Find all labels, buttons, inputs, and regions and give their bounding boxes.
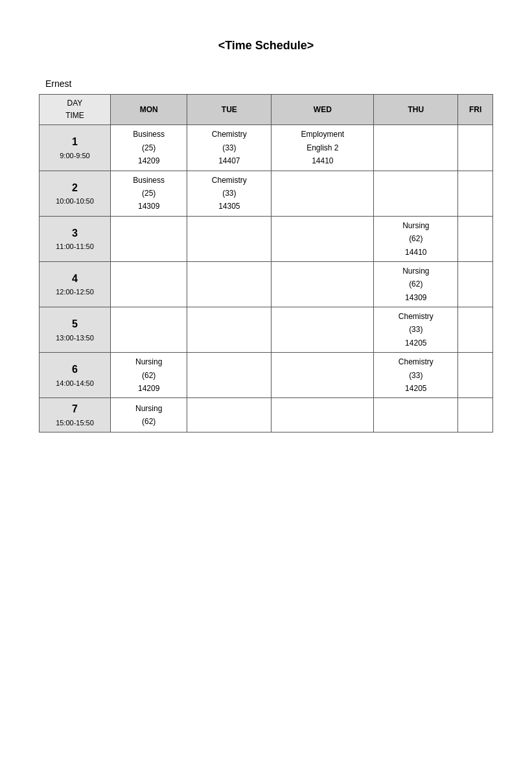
cell-period4-mon: [111, 261, 187, 307]
fri-header: FRI: [458, 95, 493, 125]
period-label-5: 513:00-13:50: [40, 307, 111, 353]
period-label-2: 210:00-10:50: [40, 171, 111, 216]
cell-period4-thu: Nursing(62)14309: [374, 261, 458, 307]
cell-period3-fri: [458, 216, 493, 261]
schedule-table: DAY TIME MON TUE WED THU FRI 19:00-9:50B…: [39, 94, 493, 432]
period-label-3: 311:00-11:50: [40, 216, 111, 261]
cell-period4-wed: [272, 261, 374, 307]
cell-period1-mon: Business(25)14209: [111, 125, 187, 171]
cell-period2-thu: [374, 171, 458, 216]
cell-period5-thu: Chemistry(33)14205: [374, 307, 458, 353]
cell-period2-tue: Chemistry(33)14305: [187, 171, 272, 216]
cell-period7-wed: [272, 398, 374, 432]
cell-period5-mon: [111, 307, 187, 353]
wed-header: WED: [272, 95, 374, 125]
cell-period3-wed: [272, 216, 374, 261]
cell-period1-wed: EmploymentEnglish 214410: [272, 125, 374, 171]
cell-period2-fri: [458, 171, 493, 216]
mon-header: MON: [111, 95, 187, 125]
cell-period7-thu: [374, 398, 458, 432]
tue-header: TUE: [187, 95, 272, 125]
period-label-4: 412:00-12:50: [40, 261, 111, 307]
period-label-7: 715:00-15:50: [40, 398, 111, 432]
cell-period1-tue: Chemistry(33)14407: [187, 125, 272, 171]
cell-period3-mon: [111, 216, 187, 261]
cell-period4-tue: [187, 261, 272, 307]
cell-period3-tue: [187, 216, 272, 261]
cell-period5-fri: [458, 307, 493, 353]
cell-period4-fri: [458, 261, 493, 307]
cell-period2-mon: Business(25)14309: [111, 171, 187, 216]
cell-period5-wed: [272, 307, 374, 353]
cell-period6-tue: [187, 353, 272, 398]
cell-period3-thu: Nursing(62)14410: [374, 216, 458, 261]
cell-period6-wed: [272, 353, 374, 398]
cell-period6-thu: Chemistry(33)14205: [374, 353, 458, 398]
cell-period6-mon: Nursing(62)14209: [111, 353, 187, 398]
day-time-header: DAY TIME: [40, 95, 111, 125]
cell-period7-tue: [187, 398, 272, 432]
cell-period2-wed: [272, 171, 374, 216]
thu-header: THU: [374, 95, 458, 125]
cell-period7-fri: [458, 398, 493, 432]
cell-period1-fri: [458, 125, 493, 171]
cell-period6-fri: [458, 353, 493, 398]
period-label-6: 614:00-14:50: [40, 353, 111, 398]
cell-period5-tue: [187, 307, 272, 353]
period-label-1: 19:00-9:50: [40, 125, 111, 171]
cell-period1-thu: [374, 125, 458, 171]
page-title: <Time Schedule>: [218, 39, 314, 53]
cell-period7-mon: Nursing(62): [111, 398, 187, 432]
student-name: Ernest: [45, 78, 71, 89]
